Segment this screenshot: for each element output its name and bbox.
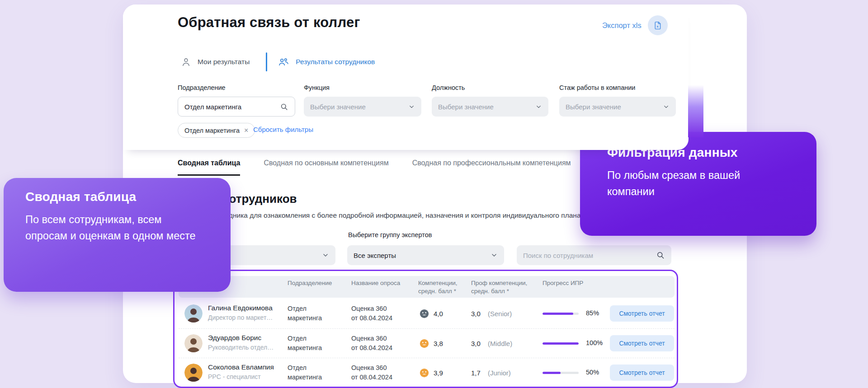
survey-name: Оценка 360от 08.04.2024	[351, 334, 392, 353]
prof-score: 3,0	[471, 310, 481, 318]
employee-name: Галина Евдокимова	[208, 304, 273, 312]
chevron-down-icon	[663, 103, 670, 110]
tenure-placeholder: Выбери значение	[566, 103, 663, 111]
idp-progress-value: 50%	[586, 369, 599, 376]
survey-name: Оценка 360от 08.04.2024	[351, 363, 392, 382]
view-report-button[interactable]: Смотреть отчет	[610, 335, 674, 351]
col-prof-competencies: Проф компетенции,средн. балл *	[471, 279, 527, 295]
remove-chip-icon[interactable]: ×	[244, 126, 248, 135]
active-tab-indicator	[266, 52, 267, 71]
idp-progress-value: 85%	[586, 309, 599, 317]
col-department: Подразделение	[288, 279, 332, 287]
reset-filters-link[interactable]: Сбросить фильтры	[253, 126, 313, 133]
competency-score: 4,0	[434, 310, 443, 318]
chevron-down-icon	[491, 252, 498, 259]
function-select[interactable]: Выбери значение	[304, 97, 421, 117]
export-xls-label: Экспорт xls	[602, 21, 642, 30]
prof-level: (Senior)	[488, 310, 512, 318]
view-report-button[interactable]: Смотреть отчет	[610, 365, 674, 381]
employee-role: Директор по маркет…	[208, 314, 273, 321]
competency-score: 3,9	[434, 369, 443, 377]
prof-level: (Middle)	[488, 340, 512, 347]
experts-select[interactable]: Все эксперты	[347, 245, 504, 265]
filter-chip-department[interactable]: Отдел маркетинга ×	[178, 123, 255, 138]
chevron-down-icon	[322, 252, 329, 259]
export-xls-button[interactable]: Экспорт xls x	[602, 15, 668, 35]
employee-department: Отделмаркетинга	[288, 363, 322, 382]
header-panel: Обратная связь от коллег Экспорт xls x М…	[123, 5, 689, 150]
view-tabs: Мои результаты Результаты сотрудников	[181, 51, 375, 72]
callout-summary-table: Сводная таблица По всем сотрудникам, все…	[4, 178, 231, 292]
department-value: Отдел маркетинга	[184, 103, 280, 111]
callout-body: По любым срезам в вашей компании	[607, 167, 770, 200]
avatar	[184, 364, 203, 382]
employee-role: Руководитель отдел…	[208, 344, 274, 351]
view-report-button[interactable]: Смотреть отчет	[610, 305, 674, 322]
survey-name: Оценка 360от 08.04.2024	[351, 304, 392, 323]
prof-score: 1,7	[471, 369, 481, 377]
section-tabs: Сводная таблица Сводная по основным комп…	[178, 159, 571, 176]
employee-department: Отделмаркетинга	[288, 304, 322, 323]
department-search-input[interactable]: Отдел маркетинга	[178, 97, 295, 117]
tenure-select[interactable]: Выбери значение	[559, 97, 676, 117]
employee-department: Отделмаркетинга	[288, 334, 322, 353]
tab-employee-results-label: Результаты сотрудников	[296, 58, 375, 66]
search-icon	[280, 103, 288, 111]
experts-select-value: Все эксперты	[354, 252, 491, 259]
idp-progress-bar	[542, 372, 579, 374]
col-idp-progress: Прогресс ИПР	[542, 279, 583, 287]
employees-description: Выберите сотрудника для ознакомления с б…	[177, 211, 612, 220]
position-select[interactable]: Выбери значение	[432, 97, 548, 117]
chevron-down-icon	[408, 103, 415, 110]
callout-tail	[688, 85, 703, 137]
idp-progress-bar	[542, 313, 579, 315]
prof-score: 3,0	[471, 340, 481, 347]
callout-title: Сводная таблица	[25, 190, 209, 204]
filter-label-function: Функция	[304, 84, 330, 91]
table-row[interactable]: Эдуардов Борис Руководитель отдел… Отдел…	[179, 328, 675, 358]
search-icon	[656, 251, 665, 260]
filter-label-department: Подразделение	[178, 84, 226, 91]
score-smiley-icon	[420, 309, 429, 318]
tab-employee-results[interactable]: Результаты сотрудников	[278, 57, 375, 67]
function-placeholder: Выбери значение	[310, 103, 408, 111]
tab-my-results-label: Мои результаты	[198, 58, 250, 66]
tab-professional-competencies[interactable]: Сводная по профессиональным компетенциям	[412, 159, 571, 176]
position-placeholder: Выбери значение	[438, 103, 535, 111]
xls-file-icon: x	[648, 15, 668, 35]
employees-table: Сотрудник Подразделение Название опроса …	[173, 270, 678, 388]
prof-level: (Junior)	[488, 369, 511, 377]
filter-label-position: Должность	[432, 84, 465, 91]
filter-label-tenure: Стаж работы в компании	[559, 84, 635, 91]
employee-name: Эдуардов Борис	[208, 334, 274, 342]
chevron-down-icon	[535, 103, 542, 110]
idp-progress-value: 100%	[586, 339, 603, 346]
screen: Сводная таблица Сводная по основным комп…	[0, 0, 868, 388]
employee-role: PPC - специалист	[208, 373, 274, 380]
tab-my-results[interactable]: Мои результаты	[181, 57, 250, 67]
idp-progress-bar	[542, 342, 579, 345]
score-smiley-icon	[420, 368, 429, 378]
page-title: Обратная связь от коллег	[178, 14, 360, 31]
employee-search-input[interactable]: Поиск по сотрудникам	[517, 245, 671, 265]
avatar	[184, 304, 203, 323]
employee-search-placeholder: Поиск по сотрудникам	[523, 252, 656, 259]
score-smiley-icon	[420, 339, 429, 348]
col-competencies: Компетенции,средн. балл *	[418, 279, 458, 295]
filter-chip-label: Отдел маркетинга	[184, 127, 240, 134]
callout-body: По всем сотрудникам, всем опросам и оцен…	[25, 211, 202, 244]
svg-text:x: x	[657, 24, 659, 28]
table-header: Сотрудник Подразделение Название опроса …	[179, 276, 675, 298]
tab-summary-table[interactable]: Сводная таблица	[178, 159, 240, 176]
employee-name: Соколова Евлампия	[208, 363, 274, 371]
people-icon	[278, 57, 289, 67]
table-row[interactable]: Галина Евдокимова Директор по маркет… От…	[179, 299, 675, 328]
table-row[interactable]: Соколова Евлампия PPC - специалист Отдел…	[179, 358, 675, 387]
person-icon	[181, 57, 191, 67]
col-survey: Название опроса	[351, 279, 400, 287]
experts-group-label: Выберите группу экспертов	[348, 231, 432, 238]
competency-score: 3,8	[434, 340, 443, 347]
avatar	[184, 334, 203, 352]
tab-core-competencies[interactable]: Сводная по основным компетенциям	[264, 159, 388, 176]
